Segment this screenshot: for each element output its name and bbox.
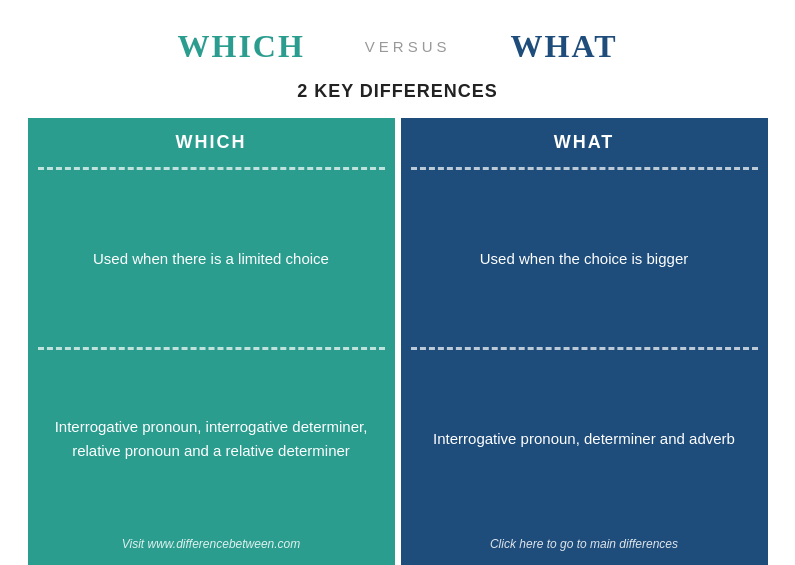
what-title: WHAT: [511, 28, 618, 65]
which-title: WHICH: [178, 28, 305, 65]
which-column-header: WHICH: [28, 118, 395, 167]
which-cell-2: Interrogative pronoun, interrogative det…: [28, 350, 395, 527]
what-footer[interactable]: Click here to go to main differences: [401, 527, 768, 565]
comparison-table: WHICH Used when there is a limited choic…: [28, 118, 768, 565]
versus-label: VERSUS: [365, 38, 451, 55]
which-footer[interactable]: Visit www.differencebetween.com: [28, 527, 395, 565]
what-cell-2: Interrogative pronoun, determiner and ad…: [401, 350, 768, 527]
what-column: WHAT Used when the choice is bigger Inte…: [401, 118, 768, 565]
page-header: WHICH VERSUS WHAT: [0, 0, 795, 81]
what-column-header: WHAT: [401, 118, 768, 167]
which-cell-1: Used when there is a limited choice: [28, 170, 395, 347]
subtitle: 2 KEY DIFFERENCES: [297, 81, 498, 102]
which-column: WHICH Used when there is a limited choic…: [28, 118, 395, 565]
what-cell-1: Used when the choice is bigger: [401, 170, 768, 347]
